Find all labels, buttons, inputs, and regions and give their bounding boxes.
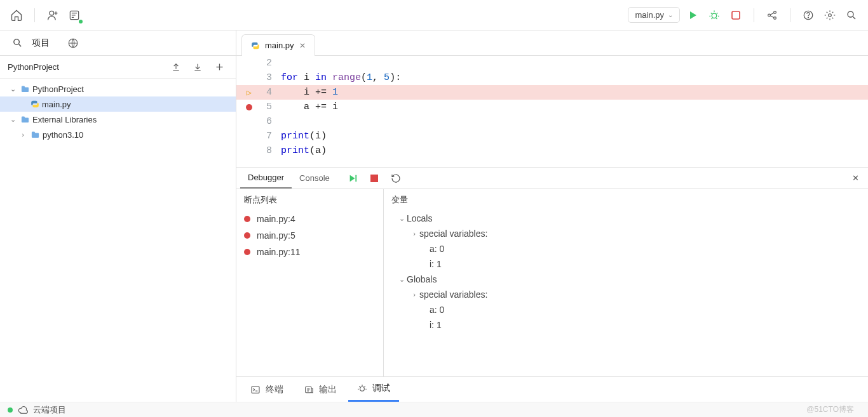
code-line[interactable]: ▷4 i += 1 bbox=[236, 85, 868, 100]
output-tab[interactable]: 输出 bbox=[295, 377, 346, 402]
upload-icon[interactable] bbox=[167, 58, 185, 76]
run-config-selector[interactable]: main.py ⌄ bbox=[628, 7, 680, 23]
folder-icon bbox=[31, 130, 40, 140]
chevron-right-icon: › bbox=[409, 291, 419, 298]
coverage-icon[interactable] bbox=[65, 6, 83, 24]
tree-item[interactable]: ›python3.10 bbox=[0, 127, 236, 142]
breakpoint-item[interactable]: main.py:11 bbox=[236, 244, 383, 260]
stop-icon[interactable] bbox=[727, 6, 745, 24]
settings-icon[interactable] bbox=[821, 6, 839, 24]
share-icon[interactable] bbox=[763, 6, 781, 24]
special-vars-row[interactable]: ›special variables: bbox=[384, 226, 868, 241]
chevron-icon: › bbox=[18, 131, 28, 138]
editor-area: main.py ✕ 23for i in range(1, 5):▷4 i +=… bbox=[236, 30, 868, 402]
run-config-name: main.py bbox=[635, 10, 664, 20]
svg-point-10 bbox=[848, 11, 853, 17]
line-number: 7 bbox=[262, 131, 281, 142]
code-line[interactable]: 5 a += i bbox=[236, 100, 868, 114]
terminal-tab[interactable]: 终端 bbox=[241, 377, 292, 402]
folder-icon bbox=[20, 115, 30, 124]
breakpoints-panel: 断点列表 main.py:4main.py:5main.py:11 bbox=[236, 189, 384, 376]
download-icon[interactable] bbox=[189, 58, 207, 76]
code-editor[interactable]: 23for i in range(1, 5):▷4 i += 15 a += i… bbox=[236, 56, 868, 167]
restart-debug-icon[interactable] bbox=[387, 169, 405, 187]
line-number: 4 bbox=[262, 87, 281, 98]
chevron-down-icon: ⌄ bbox=[668, 11, 673, 18]
special-vars-label: special variables: bbox=[419, 228, 487, 239]
special-vars-label: special variables: bbox=[419, 289, 487, 300]
editor-tabs: main.py ✕ bbox=[236, 30, 868, 56]
breakpoint-dot-icon bbox=[244, 216, 250, 222]
scope-row[interactable]: ⌄Globals bbox=[384, 272, 868, 287]
cloud-icon bbox=[18, 405, 28, 415]
status-bar: 云端项目 @51CTO博客 bbox=[0, 402, 868, 417]
console-tab[interactable]: Console bbox=[292, 168, 337, 189]
line-number: 3 bbox=[262, 72, 281, 83]
close-tab-icon[interactable]: ✕ bbox=[299, 41, 306, 50]
resume-icon[interactable] bbox=[344, 169, 362, 187]
project-sidebar: 项目 PythonProject ⌄PythonProjectmain.py⌄E… bbox=[0, 30, 236, 402]
breakpoints-title: 断点列表 bbox=[236, 189, 383, 211]
variable-kv: i: 1 bbox=[430, 259, 442, 269]
variable-kv: a: 0 bbox=[430, 244, 444, 254]
tree-item[interactable]: main.py bbox=[0, 96, 236, 112]
svg-point-0 bbox=[50, 11, 54, 15]
top-toolbar: main.py ⌄ bbox=[0, 0, 868, 30]
globe-icon[interactable] bbox=[65, 35, 81, 51]
debugger-tab[interactable]: Debugger bbox=[240, 168, 292, 189]
code-line[interactable]: 7print(i) bbox=[236, 129, 868, 143]
line-number: 2 bbox=[262, 58, 281, 69]
status-dot-icon bbox=[8, 407, 13, 413]
debug-tab[interactable]: 调试 bbox=[348, 377, 399, 402]
svg-point-8 bbox=[808, 17, 808, 18]
variable-row[interactable]: i: 1 bbox=[384, 317, 868, 333]
breakpoint-label: main.py:4 bbox=[257, 214, 295, 224]
breakpoint-label: main.py:5 bbox=[257, 230, 295, 241]
chevron-down-icon: ⌄ bbox=[397, 275, 407, 284]
scope-name: Locals bbox=[407, 213, 432, 223]
variable-row[interactable]: a: 0 bbox=[384, 302, 868, 317]
search-icon[interactable] bbox=[843, 6, 860, 24]
breakpoint-item[interactable]: main.py:4 bbox=[236, 211, 383, 227]
search-icon[interactable] bbox=[9, 35, 25, 51]
breakpoint-dot-icon[interactable] bbox=[246, 104, 252, 110]
tree-item-label: External Libraries bbox=[32, 115, 97, 124]
home-icon[interactable] bbox=[8, 6, 25, 24]
svg-rect-15 bbox=[252, 386, 259, 393]
add-user-icon[interactable] bbox=[44, 6, 62, 24]
svg-rect-13 bbox=[355, 175, 356, 182]
variable-kv: i: 1 bbox=[430, 320, 442, 330]
breakpoint-label: main.py:11 bbox=[257, 247, 300, 257]
special-vars-row[interactable]: ›special variables: bbox=[384, 287, 868, 302]
project-root-row[interactable]: PythonProject bbox=[0, 56, 236, 79]
svg-rect-14 bbox=[370, 175, 378, 182]
stop-debug-icon[interactable] bbox=[365, 169, 383, 187]
scope-row[interactable]: ⌄Locals bbox=[384, 211, 868, 226]
cloud-project-label[interactable]: 云端项目 bbox=[33, 404, 66, 416]
variable-row[interactable]: i: 1 bbox=[384, 256, 868, 272]
tree-item-label: python3.10 bbox=[43, 130, 83, 140]
add-icon[interactable] bbox=[210, 58, 228, 76]
code-line[interactable]: 2 bbox=[236, 56, 868, 70]
run-icon[interactable] bbox=[684, 6, 702, 24]
code-line[interactable]: 6 bbox=[236, 114, 868, 129]
sidebar-title: 项目 bbox=[32, 37, 50, 49]
code-line[interactable]: 8print(a) bbox=[236, 143, 868, 158]
help-icon[interactable] bbox=[799, 6, 817, 24]
tree-item[interactable]: ⌄External Libraries bbox=[0, 112, 236, 127]
debug-icon[interactable] bbox=[705, 6, 723, 24]
close-panel-icon[interactable]: ✕ bbox=[846, 169, 864, 187]
editor-tab[interactable]: main.py ✕ bbox=[241, 34, 315, 56]
bottom-tool-tabs: 终端 输出 调试 bbox=[236, 376, 868, 402]
svg-point-9 bbox=[829, 13, 832, 17]
svg-point-2 bbox=[712, 13, 717, 18]
project-tree: ⌄PythonProjectmain.py⌄External Libraries… bbox=[0, 79, 236, 402]
line-number: 6 bbox=[262, 116, 281, 127]
variable-row[interactable]: a: 0 bbox=[384, 241, 868, 256]
tree-item[interactable]: ⌄PythonProject bbox=[0, 81, 236, 96]
breakpoint-item[interactable]: main.py:5 bbox=[236, 227, 383, 244]
chevron-icon: ⌄ bbox=[8, 116, 18, 124]
variables-panel: 变量 ⌄Locals›special variables:a: 0i: 1⌄Gl… bbox=[384, 189, 868, 376]
code-line[interactable]: 3for i in range(1, 5): bbox=[236, 70, 868, 85]
folder-icon bbox=[20, 84, 30, 94]
